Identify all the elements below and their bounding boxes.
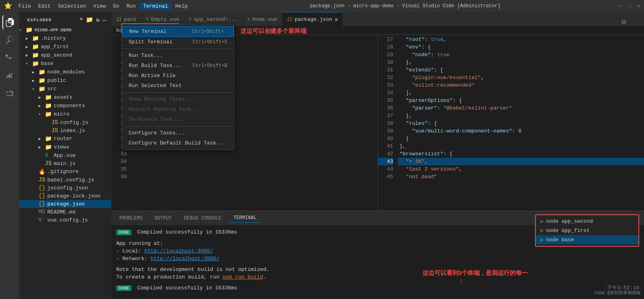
close-button[interactable]: ✕ bbox=[637, 3, 640, 9]
breadcrumb: base › {} package.json › [ ] browserslis… bbox=[111, 26, 644, 35]
code-line: "root": true, bbox=[398, 36, 644, 43]
editor-left[interactable]: 1819202122 2324252627 2829303132 3334353… bbox=[111, 35, 378, 211]
activity-source-control[interactable] bbox=[2, 51, 17, 65]
breadcrumb-package[interactable]: package.json bbox=[141, 28, 176, 33]
terminal-line: Note that the development build is not o… bbox=[116, 266, 639, 273]
tree-item-gitignore[interactable]: ▶ 🔥 .gitignore bbox=[19, 167, 111, 176]
tree-item-public[interactable]: ▶ 📁 public bbox=[19, 76, 111, 85]
code-line: "not dead" bbox=[398, 173, 644, 181]
code-line: "plugin:vue/essential", bbox=[398, 74, 644, 81]
code-line: "parser": "@babel/eslint-parser" bbox=[398, 104, 644, 112]
menu-help[interactable]: Help bbox=[172, 2, 191, 10]
panel-label: node app_second bbox=[546, 218, 593, 224]
maximize-button[interactable]: □ bbox=[628, 3, 631, 9]
json-icon: {} bbox=[116, 17, 121, 22]
editor-right[interactable]: 2728293031 3233343536 3738394041 4243444… bbox=[378, 35, 644, 211]
tab-output[interactable]: OUTPUT bbox=[151, 214, 176, 223]
minimize-button[interactable]: ─ bbox=[620, 3, 623, 9]
code-line-active: "> 1%", bbox=[398, 158, 644, 165]
tree-item-router[interactable]: ▶ 📁 router bbox=[19, 134, 111, 143]
activity-search[interactable] bbox=[2, 33, 17, 47]
tree-item-package-lock[interactable]: ▶ {} package-lock.json bbox=[19, 192, 111, 200]
tab-debug-console[interactable]: DEBUG CONSOLE bbox=[180, 214, 226, 223]
breadcrumb-base[interactable]: base bbox=[116, 28, 128, 33]
refresh-icon[interactable]: ↻ bbox=[96, 16, 100, 24]
tree-item-index-js[interactable]: ▶ JS index.js bbox=[19, 126, 111, 134]
menu-go[interactable]: Go bbox=[110, 2, 123, 10]
code-right[interactable]: "root": true, "env": { "node": true }, "… bbox=[398, 35, 644, 211]
terminal-panels[interactable]: ▷ node app_second ▷ node app_first ▷ nod… bbox=[535, 214, 639, 247]
tab-home-vue[interactable]: V Home.vue bbox=[242, 12, 282, 26]
tab-problems[interactable]: PROBLEMS bbox=[115, 214, 147, 223]
tree-item-readme[interactable]: ▶ MD README.md bbox=[19, 208, 111, 216]
tab-empty-vue[interactable]: V Empty.vue bbox=[141, 12, 184, 26]
tab-terminal[interactable]: TERMINAL bbox=[229, 214, 260, 223]
code-line: "eslint:recommended" bbox=[398, 81, 644, 89]
menu-file[interactable]: File bbox=[15, 2, 34, 10]
local-url[interactable]: http://localhost:3000/ bbox=[144, 248, 213, 254]
tree-item-base[interactable]: ▾ 📁 base bbox=[19, 59, 111, 68]
tab-package-json[interactable]: {} package.json ✕ bbox=[282, 12, 343, 26]
project-root[interactable]: ▾ 📁 MICRO-APP-DEMO bbox=[19, 26, 111, 34]
terminal-panel-app-second[interactable]: ▷ node app_second bbox=[536, 217, 638, 226]
tab-label: app_second\... bbox=[194, 16, 238, 22]
tree-item-micro[interactable]: ▾ 📁 micro bbox=[19, 110, 111, 118]
npm-build-link[interactable]: npm run build bbox=[222, 274, 263, 280]
tab-app-second[interactable]: V app_second\... bbox=[184, 12, 242, 26]
tree-item-app-second[interactable]: ▶ 📁 app_second bbox=[19, 51, 111, 59]
tree-item-history[interactable]: ▶ 📁 .history bbox=[19, 34, 111, 43]
code-line: "," bbox=[131, 36, 378, 43]
code-line: "env": { bbox=[398, 43, 644, 51]
terminal-icon: ▷ bbox=[541, 218, 543, 224]
activity-explorer[interactable] bbox=[2, 15, 17, 30]
terminal-panel-base[interactable]: ▷ node base bbox=[536, 235, 638, 244]
tree-item-babel-config[interactable]: ▶ JS babel.config.js bbox=[19, 176, 111, 184]
tree-item-components[interactable]: ▶ 📁 components bbox=[19, 102, 111, 110]
code-left[interactable]: "," "a", "d" "plugin:vue/essential", bbox=[131, 35, 378, 211]
new-folder-icon[interactable]: 📁 bbox=[86, 16, 94, 24]
file-tree[interactable]: ▾ 📁 MICRO-APP-DEMO ▶ 📁 .history ▶ 📁 app_… bbox=[19, 26, 111, 299]
terminal-icon: ▷ bbox=[541, 237, 543, 243]
network-url[interactable]: http://localhost:3000/ bbox=[151, 256, 220, 262]
tree-item-main-js[interactable]: ▶ JS main.js bbox=[19, 159, 111, 167]
running-msg: App running at: bbox=[116, 240, 163, 246]
window-controls[interactable]: ─ □ ✕ bbox=[620, 3, 640, 9]
code-line: "browserslist": [ bbox=[398, 150, 644, 158]
sidebar-actions[interactable]: + 📁 ↻ … bbox=[79, 16, 107, 24]
network-label: - Network: bbox=[116, 256, 147, 262]
panel-label: node base bbox=[546, 237, 574, 243]
tree-item-jsconfig[interactable]: ▶ {} jsconfig.json bbox=[19, 184, 111, 192]
breadcrumb-browserslist[interactable]: [ ] browserslist bbox=[182, 28, 228, 33]
tree-item-src[interactable]: ▾ 📁 src bbox=[19, 85, 111, 93]
tree-item-views[interactable]: ▶ 📁 views bbox=[19, 143, 111, 151]
menu-edit[interactable]: Edit bbox=[35, 2, 54, 10]
collapse-icon[interactable]: … bbox=[103, 16, 107, 24]
menu-terminal[interactable]: Terminal bbox=[140, 2, 171, 10]
tree-item-node-modules[interactable]: ▶ 📁 node_modules bbox=[19, 68, 111, 76]
activity-extensions[interactable] bbox=[2, 86, 17, 100]
tab-pack[interactable]: {} pack bbox=[111, 12, 141, 26]
code-line: }, bbox=[398, 112, 644, 120]
menu-selection[interactable]: Selection bbox=[55, 2, 89, 10]
new-file-icon[interactable]: + bbox=[79, 16, 83, 24]
title-bar: ⭐ File Edit Selection View Go Run Termin… bbox=[0, 0, 644, 12]
code-line: "last 2 versions", bbox=[398, 165, 644, 173]
tree-item-assets[interactable]: ▶ 📁 assets bbox=[19, 93, 111, 102]
tree-item-vue-config[interactable]: ▶ V vue.config.js bbox=[19, 216, 111, 224]
tree-item-package-json[interactable]: ▶ {} package.json bbox=[19, 200, 111, 208]
json-icon: {} bbox=[287, 17, 292, 22]
menu-view[interactable]: View bbox=[90, 2, 109, 10]
line-numbers-left: 1819202122 2324252627 2829303132 3334353… bbox=[111, 35, 131, 211]
tree-item-app-first[interactable]: ▶ 📁 app_first bbox=[19, 43, 111, 51]
tab-close-icon[interactable]: ✕ bbox=[335, 16, 338, 23]
menu-run[interactable]: Run bbox=[123, 2, 139, 10]
tree-item-app-vue[interactable]: ▶ V App.vue bbox=[19, 151, 111, 159]
tree-item-config-js[interactable]: ▶ JS config.js bbox=[19, 118, 111, 126]
code-line: "d" bbox=[131, 51, 378, 59]
split-editor-icon[interactable]: ⧉ bbox=[622, 18, 626, 26]
menu-bar[interactable]: File Edit Selection View Go Run Terminal… bbox=[15, 2, 191, 10]
vscode-icon: ⭐ bbox=[4, 2, 12, 10]
terminal-panel-app-first[interactable]: ▷ node app_first bbox=[536, 226, 638, 235]
tab-bar[interactable]: {} pack V Empty.vue V app_second\... V H… bbox=[111, 12, 644, 26]
activity-run-debug[interactable] bbox=[2, 68, 17, 83]
